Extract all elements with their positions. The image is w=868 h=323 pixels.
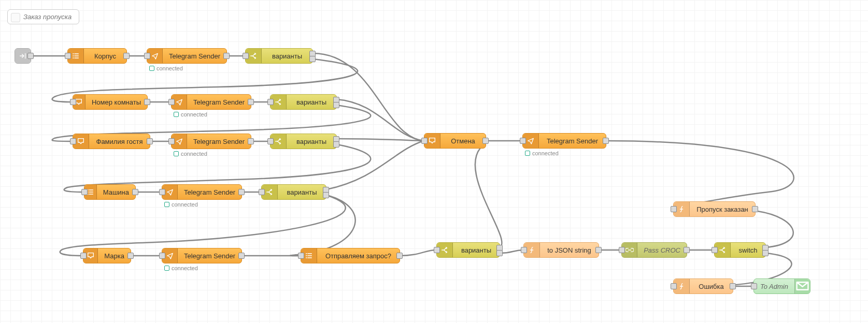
node-otpravlyaem-zapros[interactable]: Отправляем запрос? [301, 248, 400, 263]
node-label: варианты [287, 98, 336, 106]
node-telegram-sender-1[interactable]: Telegram Sender connected [147, 48, 227, 64]
node-marka[interactable]: Марка [83, 248, 131, 263]
node-label: варианты [262, 52, 312, 60]
node-label: варианты [287, 138, 336, 145]
node-variants-5[interactable]: варианты [436, 242, 500, 258]
node-label: Telegram Sender [187, 138, 251, 145]
wires-layer [0, 0, 868, 323]
node-variants-3[interactable]: варианты [270, 134, 337, 149]
node-label: Telegram Sender [178, 188, 241, 196]
node-label: варианты [453, 246, 500, 254]
node-label: Отправляем запрос? [317, 252, 400, 260]
status-connected: connected [149, 65, 183, 71]
subflow-title-text: Заказ пропуска [23, 13, 72, 21]
inject-start-node[interactable] [15, 48, 31, 64]
node-label: to JSON string [540, 246, 599, 254]
node-label: Фамилия гостя [89, 138, 150, 145]
node-variants-2[interactable]: варианты [270, 94, 337, 110]
node-label: switch [731, 246, 765, 254]
subflow-title[interactable]: Заказ пропуска [7, 9, 79, 24]
node-label: To Admin [754, 283, 794, 290]
status-connected: connected [164, 265, 198, 271]
node-label: Pass CROC [637, 246, 687, 254]
status-connected: connected [525, 150, 559, 156]
node-to-admin[interactable]: To Admin [753, 278, 810, 294]
node-nomer-komnaty[interactable]: Номер комнаты [73, 94, 148, 110]
node-label: Марка [98, 252, 131, 260]
node-switch[interactable]: switch [714, 242, 766, 258]
node-label: варианты [278, 188, 326, 196]
node-telegram-sender-4[interactable]: Telegram Sender connected [162, 184, 242, 200]
node-variants-4[interactable]: варианты [261, 184, 326, 200]
node-label: Ошибка [690, 283, 733, 290]
node-familiya-gostya[interactable]: Фамилия гостя [73, 134, 150, 149]
flow-canvas[interactable]: Заказ пропуска Корпус Telegram Sender co… [0, 0, 868, 323]
node-label: Номер комнаты [86, 98, 147, 106]
node-label: Корпус [84, 52, 126, 60]
status-connected: connected [164, 201, 198, 208]
node-propusk-zakazan[interactable]: Пропуск заказан [673, 201, 756, 217]
node-label: Telegram Sender [539, 137, 606, 145]
status-connected: connected [174, 111, 207, 118]
node-telegram-sender-5[interactable]: Telegram Sender connected [162, 248, 242, 263]
node-label: Машина [97, 188, 135, 196]
node-korpus[interactable]: Корпус [67, 48, 127, 64]
node-otmena[interactable]: Отмена [424, 133, 486, 149]
node-label: Пропуск заказан [690, 205, 755, 213]
node-oshibka[interactable]: Ошибка [673, 278, 733, 294]
node-telegram-sender-2[interactable]: Telegram Sender connected [171, 94, 251, 110]
node-mashina[interactable]: Машина [84, 184, 136, 200]
node-telegram-sender-3[interactable]: Telegram Sender connected [171, 134, 251, 149]
envelope-icon [794, 279, 810, 293]
node-to-json-string[interactable]: to JSON string [523, 242, 599, 258]
node-label: Telegram Sender [163, 52, 226, 60]
node-label: Отмена [440, 137, 486, 145]
status-connected: connected [174, 151, 207, 157]
node-label: Telegram Sender [178, 252, 241, 260]
node-label: Telegram Sender [187, 98, 251, 106]
node-telegram-sender-6[interactable]: Telegram Sender connected [522, 133, 606, 149]
node-pass-croc[interactable]: Pass CROC [621, 242, 687, 258]
node-variants-1[interactable]: варианты [245, 48, 313, 64]
